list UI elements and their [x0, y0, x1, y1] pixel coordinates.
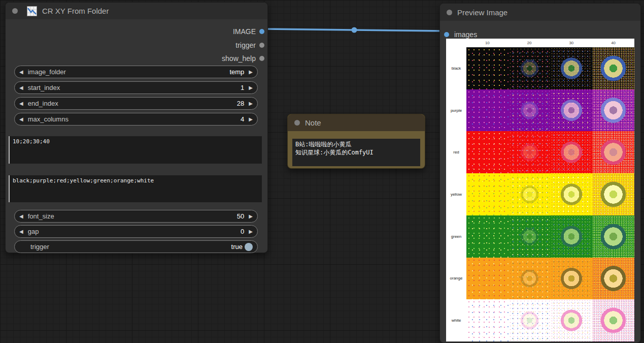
input-slot-images[interactable]: images	[444, 30, 477, 39]
output-label: show_help	[222, 54, 256, 63]
decrement-arrow-icon[interactable]: ◀	[19, 97, 23, 110]
cell-circle-pattern	[592, 131, 634, 173]
cell-circle-pattern	[551, 215, 593, 258]
preview-cell-green-30	[551, 215, 593, 258]
widget-label: font_size	[28, 212, 54, 220]
row-label-green: green	[446, 215, 466, 258]
increment-arrow-icon[interactable]: ▶	[249, 225, 253, 238]
increment-arrow-icon[interactable]: ▶	[249, 81, 253, 94]
cell-circle-pattern	[551, 131, 593, 173]
widget-trigger-toggle[interactable]: trigger true	[14, 240, 258, 253]
cell-circle-pattern	[551, 258, 593, 300]
cell-circle-pattern	[592, 258, 634, 300]
node-cr-xy-from-folder[interactable]: CR XY From Folder IMAGE trigger show_hel…	[5, 2, 268, 253]
row-label-orange: orange	[446, 258, 466, 300]
row-label-yellow: yellow	[446, 173, 466, 215]
preview-cell-black-30	[551, 47, 593, 89]
output-label: IMAGE	[233, 27, 256, 36]
row-label-purple: purple	[446, 89, 466, 132]
preview-cell-red-30	[551, 131, 593, 173]
output-label: trigger	[235, 41, 256, 49]
collapse-dot[interactable]	[12, 8, 18, 14]
row-label-white: white	[446, 299, 466, 341]
column-label-20: 20	[509, 39, 551, 47]
widget-label: start_index	[28, 84, 60, 91]
node-preview-image[interactable]: Preview Image images 10203040 blackpurpl…	[439, 3, 641, 343]
cell-circle-pattern	[509, 89, 551, 132]
increment-arrow-icon[interactable]: ▶	[249, 113, 253, 126]
cell-circle-pattern	[592, 89, 634, 132]
row-label-red: red	[446, 131, 466, 173]
decrement-arrow-icon[interactable]: ◀	[19, 81, 23, 94]
output-dot-show-help[interactable]	[259, 56, 264, 61]
preview-image-output: 10203040 blackpurpleredyellowgreenorange…	[446, 39, 634, 341]
preview-cell-green-10	[466, 215, 509, 258]
increment-arrow-icon[interactable]: ▶	[249, 97, 253, 110]
node-header[interactable]: Note	[288, 114, 425, 131]
preview-cell-green-40	[592, 215, 634, 258]
graph-canvas[interactable]: CR XY From Folder IMAGE trigger show_hel…	[0, 0, 644, 343]
preview-cell-purple-40	[592, 89, 634, 132]
output-dot-image[interactable]	[259, 29, 264, 34]
preview-cell-black-40	[592, 47, 634, 89]
widget-label: gap	[28, 228, 39, 235]
node-header[interactable]: Preview Image	[440, 4, 640, 21]
decrement-arrow-icon[interactable]: ◀	[19, 210, 23, 223]
preview-cell-red-20	[509, 131, 551, 173]
preview-cell-orange-10	[466, 258, 509, 300]
widget-value: 28	[237, 100, 244, 107]
widget-font-size[interactable]: ◀ font_size 50 ▶	[14, 210, 258, 223]
row-label-black: black	[446, 47, 466, 89]
widget-start-index[interactable]: ◀ start_index 1 ▶	[14, 81, 258, 94]
output-slot-image[interactable]: IMAGE	[233, 27, 264, 36]
cell-circle-pattern	[509, 215, 551, 258]
cell-circle-pattern	[592, 215, 634, 258]
decrement-arrow-icon[interactable]: ◀	[19, 66, 23, 78]
widget-end-index[interactable]: ◀ end_index 28 ▶	[14, 97, 258, 110]
color-values-textarea[interactable]: black;purple;red;yellow;green;orange;whi…	[9, 175, 262, 202]
collapse-dot[interactable]	[294, 120, 300, 126]
cell-circle-pattern	[509, 299, 551, 341]
preview-cell-purple-30	[551, 89, 593, 132]
widget-gap[interactable]: ◀ gap 0 ▶	[14, 225, 258, 238]
output-slot-trigger[interactable]: trigger	[235, 41, 264, 50]
preview-cell-white-40	[592, 299, 634, 341]
preview-row-labels: blackpurpleredyellowgreenorangewhite	[446, 47, 466, 341]
xy-values-textarea[interactable]: 10;20;30;40	[9, 136, 262, 164]
preview-cell-purple-10	[466, 89, 509, 132]
widget-label: end_index	[28, 100, 58, 107]
cell-circle-pattern	[551, 89, 593, 132]
cell-circle-pattern	[551, 173, 593, 215]
preview-cell-orange-40	[592, 258, 634, 300]
note-textarea[interactable]: B站:啦啦啦的小黄瓜知识星球:小黄瓜的ComfyUI	[292, 139, 420, 166]
input-dot-images[interactable]	[444, 32, 449, 37]
toggle-knob[interactable]	[245, 243, 253, 251]
decrement-arrow-icon[interactable]: ◀	[19, 113, 23, 126]
preview-cell-orange-30	[551, 258, 593, 300]
widget-value: temp	[229, 68, 244, 76]
node-header[interactable]: CR XY From Folder	[6, 3, 267, 19]
link-wire	[265, 29, 446, 31]
node-title: Preview Image	[457, 8, 507, 17]
widget-max-columns[interactable]: ◀ max_columns 4 ▶	[14, 113, 258, 126]
output-slot-show-help[interactable]: show_help	[222, 54, 264, 63]
preview-cell-black-10	[466, 47, 509, 89]
node-title: CR XY From Folder	[42, 7, 109, 15]
collapse-dot[interactable]	[447, 10, 452, 15]
cell-circle-pattern	[551, 299, 593, 341]
increment-arrow-icon[interactable]: ▶	[249, 66, 253, 78]
widget-label: image_folder	[28, 68, 66, 76]
preview-cell-white-20	[509, 299, 551, 341]
widget-image-folder[interactable]: ◀ image_folder temp ▶	[14, 66, 258, 78]
preview-cell-yellow-10	[466, 173, 509, 215]
note-line-1: B站:啦啦啦的小黄瓜	[295, 140, 417, 148]
increment-arrow-icon[interactable]: ▶	[249, 210, 253, 223]
column-label-10: 10	[466, 39, 509, 47]
decrement-arrow-icon[interactable]: ◀	[19, 225, 23, 238]
output-dot-trigger[interactable]	[259, 43, 264, 48]
widget-value: 4	[241, 115, 244, 123]
node-note[interactable]: Note B站:啦啦啦的小黄瓜知识星球:小黄瓜的ComfyUI	[287, 114, 425, 169]
widget-label: trigger	[30, 243, 49, 251]
cell-circle-pattern	[592, 299, 634, 341]
link-midpoint-dot[interactable]	[352, 27, 357, 33]
